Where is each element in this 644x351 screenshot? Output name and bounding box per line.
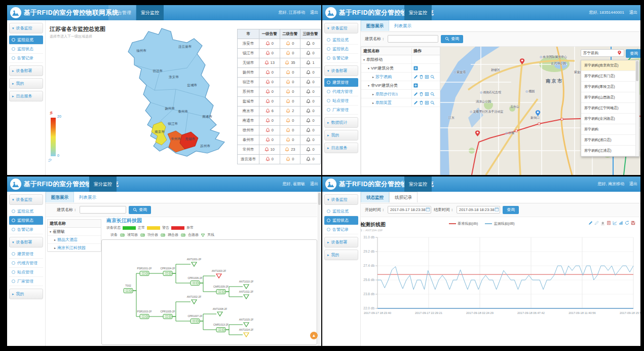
tree-row-VIP建筑分类[interactable]: ▾VIP建筑分类: [361, 64, 440, 73]
topology-node-PSR1001-2F[interactable]: PSR1001-2F: [137, 267, 152, 276]
scrollbar[interactable]: [318, 192, 321, 346]
store-item-苏宁易购(金润路店)[interactable]: 苏宁易购(金润路店): [581, 114, 639, 124]
sidebar-group-日志服务[interactable]: ▸日志服务: [324, 143, 358, 153]
sidebar-item-建筑管理[interactable]: 建筑管理: [9, 250, 43, 259]
alarm-row-常州市[interactable]: 常州市10230: [238, 145, 321, 155]
nav-item-室分监控[interactable]: 室分监控: [404, 5, 432, 20]
sidebar-item-监控总览[interactable]: 监控总览: [9, 36, 43, 45]
edit-icon[interactable]: [413, 100, 418, 105]
topology-node-CPR1005-2F[interactable]: CPR1005-2F: [160, 310, 175, 319]
end-time-input[interactable]: 2017-09-18 18:23:38: [457, 206, 500, 214]
list-icon[interactable]: [425, 75, 429, 79]
sidebar-group-设备部署[interactable]: ▸设备部署: [9, 65, 43, 76]
alarm-row-南京市[interactable]: 南京市620: [238, 107, 321, 116]
add-icon[interactable]: [413, 83, 418, 88]
del-icon[interactable]: [419, 75, 424, 79]
tab-线损记录[interactable]: 线损记录: [389, 192, 418, 202]
toolbox-dataview-icon[interactable]: [607, 221, 611, 225]
add-icon[interactable]: [413, 66, 418, 71]
alarm-row-苏州市[interactable]: 苏州市000: [238, 87, 321, 97]
search-icon[interactable]: [430, 100, 435, 105]
city-label-南京市[interactable]: 南京市: [155, 130, 165, 133]
store-item-苏宁易购[interactable]: 苏宁易购: [581, 124, 639, 135]
topology-node-CPR1006-2F[interactable]: CPR1006-2F: [187, 276, 202, 286]
line-chart[interactable]: 31.0 db29.2 db27.4 db25.6 db23.8 db22.0 …: [322, 231, 640, 323]
city-map[interactable]: ◎南京国际展览中心玄武湖公园鼓楼区◎紫金塔紫金山南京市◎傅抱石纪念馆◎榴园清凉山…: [440, 47, 640, 175]
nav-item-室分监控[interactable]: 室分监控: [404, 177, 432, 192]
alarm-row-连云港市[interactable]: 连云港市000: [238, 155, 321, 164]
sidebar-item-厂家管理[interactable]: 厂家管理: [324, 106, 358, 115]
city-label-南通市[interactable]: 南通市: [202, 115, 212, 118]
topology-node-CPR1004-2F[interactable]: CPR1004-2F: [160, 267, 175, 276]
sidebar-item-监控状态[interactable]: 监控状态: [9, 45, 43, 54]
topology-node-CMR1009-2F[interactable]: CMR1009-2F: [213, 285, 229, 294]
logout-link[interactable]: 退出: [310, 182, 318, 186]
city-label-扬州市[interactable]: 扬州市: [165, 107, 175, 111]
store-item-苏宁易购(江东门店)[interactable]: 苏宁易购(江东门店): [581, 71, 639, 82]
sidebar-group-数据统计[interactable]: ▸数据统计: [324, 117, 358, 128]
alarm-row-无锡市[interactable]: 无锡市13351: [238, 58, 321, 68]
store-item-苏宁易购(江宁同曦店)[interactable]: 苏宁易购(江宁同曦店): [581, 103, 639, 114]
tree-node-label[interactable]: 阜阳步行街1: [375, 91, 398, 97]
toolbox-linechart-icon[interactable]: [613, 221, 617, 225]
sidebar-item-代维方管理[interactable]: 代维方管理: [9, 259, 43, 268]
sidebar-item-厂家管理[interactable]: 厂家管理: [9, 277, 43, 286]
tab-状态监控[interactable]: 状态监控: [361, 192, 389, 202]
toolbox-refresh-icon[interactable]: [625, 221, 629, 225]
sidebar-item-站点管理[interactable]: 站点管理: [9, 268, 43, 277]
alarm-row-宿迁市[interactable]: 宿迁市000: [238, 78, 321, 87]
search-button[interactable]: 查询: [441, 35, 463, 43]
toolbox-unmark-icon[interactable]: [594, 221, 599, 225]
query-button[interactable]: 查询: [503, 206, 519, 214]
sidebar-group-我的[interactable]: ▸我的: [324, 130, 358, 141]
sidebar-item-监控总览[interactable]: 监控总览: [324, 207, 358, 216]
start-time-input[interactable]: 2017-09-17 18:23:38: [388, 206, 431, 214]
city-label-盐城市[interactable]: 盐城市: [187, 83, 197, 87]
sidebar-item-监控状态[interactable]: 监控状态: [324, 216, 358, 225]
alarm-row-徐州市[interactable]: 徐州市000: [238, 126, 321, 135]
building-name-input[interactable]: [388, 35, 438, 43]
scroll-thumb[interactable]: [636, 61, 638, 81]
tree-row-非VIP建筑分类[interactable]: ▾非VIP建筑分类: [361, 81, 440, 90]
city-label-淮安市[interactable]: 淮安市: [168, 75, 179, 79]
toolbox-eraser-icon[interactable]: [600, 221, 605, 225]
alarm-row-淮安市[interactable]: 淮安市000: [238, 39, 321, 49]
alarm-row-南通市[interactable]: 南通市000: [238, 116, 321, 126]
city-label-连云港市[interactable]: 连云港市: [178, 45, 192, 49]
edit-icon[interactable]: [413, 75, 418, 79]
sidebar-group-日志服务[interactable]: ▸日志服务: [9, 91, 43, 101]
map-pin-icon[interactable]: [474, 130, 482, 137]
del-icon[interactable]: [419, 100, 424, 105]
sidebar-item-监控状态[interactable]: 监控状态: [324, 45, 358, 54]
sidebar-group-设备监控[interactable]: ▾设备监控: [9, 194, 43, 205]
store-item-苏宁易购(山西路店)[interactable]: 苏宁易购(山西路店): [581, 92, 639, 103]
city-label-徐州市[interactable]: 徐州市: [136, 49, 146, 53]
map-search-button[interactable]: 查询: [626, 49, 640, 58]
nav-item-室分监控[interactable]: 室分监控: [136, 5, 164, 20]
alarm-row-泰州市[interactable]: 泰州市000: [238, 135, 321, 145]
list-icon[interactable]: [425, 100, 429, 105]
sidebar-group-设备部署[interactable]: ▾设备部署: [324, 65, 358, 76]
alarm-row-盐城市[interactable]: 盐城市000: [238, 97, 321, 107]
sidebar-item-站点管理[interactable]: 站点管理: [324, 96, 358, 106]
topology-node-CMR1013-2F[interactable]: CMR1013-2F: [213, 323, 229, 332]
map-search-input[interactable]: 苏宁易购: [581, 49, 624, 57]
scrollbar[interactable]: [635, 60, 639, 156]
tree-node-label[interactable]: 阜阳英置: [375, 100, 392, 106]
sidebar-group-设备监控[interactable]: ▾设备监控: [324, 194, 358, 205]
search-icon[interactable]: [430, 75, 435, 79]
del-icon[interactable]: [419, 92, 424, 96]
sidebar-item-告警记录[interactable]: 告警记录: [9, 225, 43, 234]
sidebar-group-设备部署[interactable]: ▸设备部署: [324, 237, 358, 248]
tab-图形展示[interactable]: 图形展示: [361, 20, 389, 31]
topology-node-ANT1003-2F[interactable]: ANT1003-2F: [212, 269, 226, 278]
sidebar-group-我的[interactable]: ▸我的: [324, 250, 358, 260]
legend-item-监测线损(dB)[interactable]: 监测线损(dB): [485, 221, 514, 226]
topology-node-ANT1008-2F[interactable]: ANT1008-2F: [213, 307, 228, 316]
nav-item-平台管理[interactable]: 平台管理: [108, 5, 136, 20]
sidebar-group-设备监控[interactable]: ▾设备监控: [324, 23, 358, 33]
store-item-苏宁易购(浦口店)[interactable]: 苏宁易购(浦口店): [581, 135, 639, 146]
search-icon[interactable]: [430, 92, 435, 96]
topology-node-ANT1002-2F[interactable]: ANT1002-2F: [187, 295, 202, 304]
topology-node-ANT1014-2F[interactable]: ANT1014-2F: [239, 328, 254, 337]
